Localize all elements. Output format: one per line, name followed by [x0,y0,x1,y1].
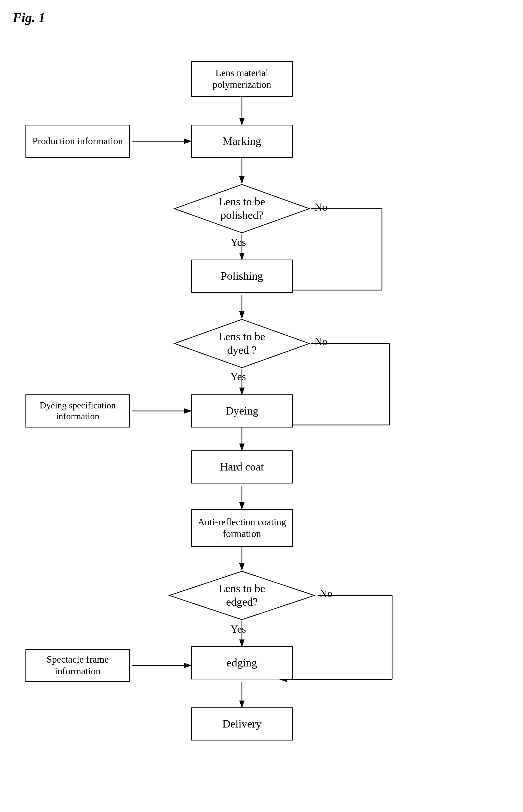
yes-edged-label: Yes [231,623,246,635]
diamond-dyed: Lens to bedyed ? [173,318,311,369]
diamond-edged: Lens to beedged? [168,570,316,621]
production-info-box: Production information [25,125,130,158]
yes-dyed-label: Yes [231,371,246,383]
lens-material-box: Lens material polymerization [191,61,293,97]
edging-box: edging [191,646,293,679]
diamond-polished-shape: Lens to bepolished? [173,183,311,234]
polishing-box: Polishing [191,260,293,292]
flowchart: Lens material polymerization Marking Len… [13,41,512,804]
diamond-dyed-label: Lens to bedyed ? [201,330,283,357]
fig-label: Fig. 1 [13,10,45,25]
no-polished-label: No [314,201,327,213]
diamond-edged-label: Lens to beedged? [198,582,286,609]
diamond-edged-shape: Lens to beedged? [168,570,316,621]
delivery-box: Delivery [191,707,293,740]
no-dyed-label: No [314,335,327,347]
page: Fig. 1 [0,0,523,812]
diamond-polished-label: Lens to bepolished? [201,195,283,222]
diamond-polished: Lens to bepolished? [173,183,311,234]
spectacle-frame-box: Spectacle frame information [25,649,130,682]
dyeing-box: Dyeing [191,394,293,428]
marking-box: Marking [191,125,293,158]
anti-reflection-box: Anti-reflection coating formation [191,509,293,547]
diamond-dyed-shape: Lens to bedyed ? [173,318,311,369]
hard-coat-box: Hard coat [191,450,293,484]
yes-polished-label: Yes [231,236,246,248]
dyeing-spec-box: Dyeing specification information [25,394,130,428]
no-edged-label: No [320,587,332,600]
